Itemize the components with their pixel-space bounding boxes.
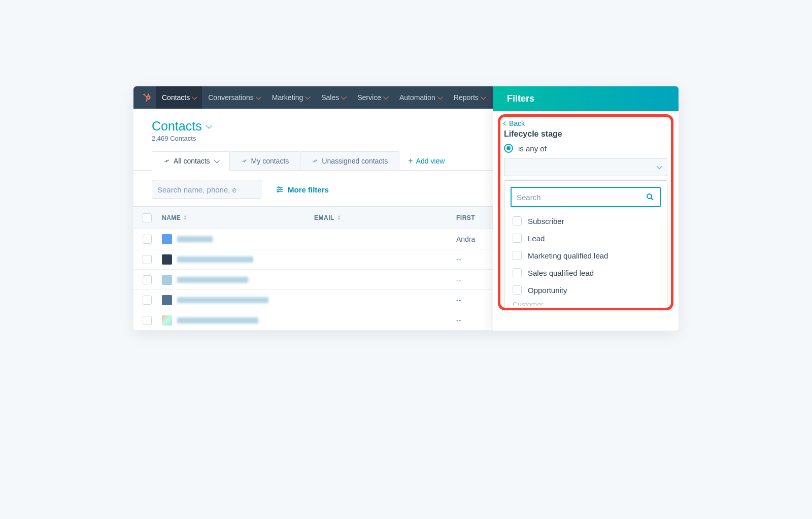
more-filters-button[interactable]: More filters: [276, 185, 329, 194]
svg-rect-3: [144, 95, 147, 97]
tab-all-contacts[interactable]: All contacts: [152, 151, 230, 170]
chevron-down-icon: [256, 94, 261, 100]
option-checkbox[interactable]: [513, 216, 522, 225]
row-checkbox[interactable]: [143, 296, 152, 305]
svg-line-17: [651, 198, 653, 200]
chevron-down-icon: [383, 94, 389, 100]
tab-my-contacts[interactable]: My contacts: [229, 151, 301, 170]
row-checkbox[interactable]: [143, 316, 152, 325]
nav-label: Automation: [399, 93, 435, 102]
nav-label: Reports: [454, 93, 479, 102]
nav-label: Contacts: [162, 93, 190, 102]
pin-icon: [241, 158, 247, 164]
avatar: [162, 275, 172, 285]
nav-automation[interactable]: Automation: [393, 86, 448, 109]
back-label: Back: [509, 119, 525, 127]
row-checkbox[interactable]: [143, 275, 152, 284]
svg-point-15: [277, 191, 279, 192]
tab-unassigned-contacts[interactable]: Unassigned contacts: [300, 151, 399, 170]
chevron-down-icon: [341, 94, 347, 100]
nav-label: Conversations: [208, 93, 254, 102]
tab-label: All contacts: [174, 157, 210, 165]
option-sql[interactable]: Sales qualified lead: [511, 264, 661, 281]
tab-label: My contacts: [251, 157, 289, 165]
option-label: Subscriber: [528, 217, 564, 225]
back-link[interactable]: Back: [504, 119, 667, 127]
row-checkbox[interactable]: [143, 235, 152, 244]
chevron-down-icon: [206, 122, 212, 129]
dropdown-search[interactable]: [511, 187, 661, 207]
search-icon: [646, 192, 655, 202]
radio-icon: [504, 144, 513, 153]
column-email[interactable]: EMAIL: [314, 214, 456, 221]
chevron-down-icon: [481, 94, 486, 100]
option-label: Marketing qualified lead: [528, 251, 608, 260]
option-checkbox[interactable]: [513, 285, 522, 295]
search-contacts-input[interactable]: [152, 180, 261, 199]
plus-icon: +: [408, 156, 413, 166]
avatar: [162, 315, 172, 326]
dropdown-search-field[interactable]: [517, 193, 646, 202]
add-view-button[interactable]: + Add view: [408, 156, 445, 166]
chevron-left-icon: [503, 121, 507, 125]
column-name[interactable]: NAME: [162, 214, 314, 221]
chevron-down-icon: [305, 94, 311, 100]
row-checkbox[interactable]: [143, 255, 152, 264]
option-label: Opportunity: [528, 286, 567, 295]
chevron-down-icon: [214, 157, 219, 163]
svg-point-13: [280, 189, 282, 190]
option-checkbox[interactable]: [513, 251, 522, 260]
nav-service[interactable]: Service: [351, 86, 393, 109]
option-label: Lead: [528, 234, 545, 243]
search-field[interactable]: [157, 185, 254, 194]
sort-icon: [337, 215, 343, 220]
pin-icon: [312, 158, 318, 164]
option-checkbox[interactable]: [513, 234, 522, 243]
option-label: Sales qualified lead: [528, 269, 594, 277]
avatar: [162, 295, 172, 305]
avatar: [162, 254, 172, 265]
svg-point-16: [647, 194, 652, 199]
nav-reports[interactable]: Reports: [448, 86, 491, 109]
nav-label: Sales: [321, 93, 339, 102]
panel-body: Back Lifecycle stage is any of Subscribe…: [493, 111, 679, 313]
select-all-checkbox[interactable]: [143, 213, 152, 222]
operator-label: is any of: [518, 144, 547, 153]
hubspot-logo[interactable]: [138, 92, 156, 103]
sort-icon: [184, 215, 189, 220]
page-title-text: Contacts: [152, 119, 202, 134]
nav-sales[interactable]: Sales: [315, 86, 351, 109]
option-subscriber[interactable]: Subscriber: [511, 212, 661, 230]
option-opportunity[interactable]: Opportunity: [511, 281, 661, 299]
option-lead[interactable]: Lead: [511, 230, 661, 247]
nav-contacts[interactable]: Contacts: [156, 86, 202, 109]
nav-label: Service: [357, 93, 381, 102]
value-select[interactable]: [504, 158, 667, 176]
nav-marketing[interactable]: Marketing: [266, 86, 315, 109]
svg-point-11: [278, 187, 280, 188]
chevron-down-icon: [437, 94, 443, 100]
operator-radio[interactable]: is any of: [504, 144, 667, 153]
svg-point-1: [147, 96, 149, 99]
chevron-down-icon: [657, 164, 662, 169]
more-filters-label: More filters: [288, 185, 329, 194]
avatar: [162, 234, 172, 244]
pin-icon: [163, 158, 170, 164]
app-window: Contacts Conversations Marketing Sales S…: [133, 86, 679, 331]
sliders-icon: [276, 185, 284, 193]
filter-property-title: Lifecycle stage: [504, 129, 667, 139]
nav-label: Marketing: [272, 93, 303, 102]
panel-title: Filters: [493, 86, 679, 111]
option-mql[interactable]: Marketing qualified lead: [511, 247, 661, 264]
value-dropdown: Subscriber Lead Marketing qualified lead…: [504, 180, 667, 308]
chevron-down-icon: [192, 94, 197, 100]
svg-rect-5: [148, 94, 149, 95]
nav-conversations[interactable]: Conversations: [202, 86, 266, 109]
add-view-label: Add view: [416, 157, 445, 165]
tab-label: Unassigned contacts: [322, 157, 388, 165]
filters-panel: Filters Back Lifecycle stage is any of: [493, 86, 679, 331]
option-cutoff: Customer: [511, 299, 661, 306]
option-checkbox[interactable]: [513, 268, 522, 277]
